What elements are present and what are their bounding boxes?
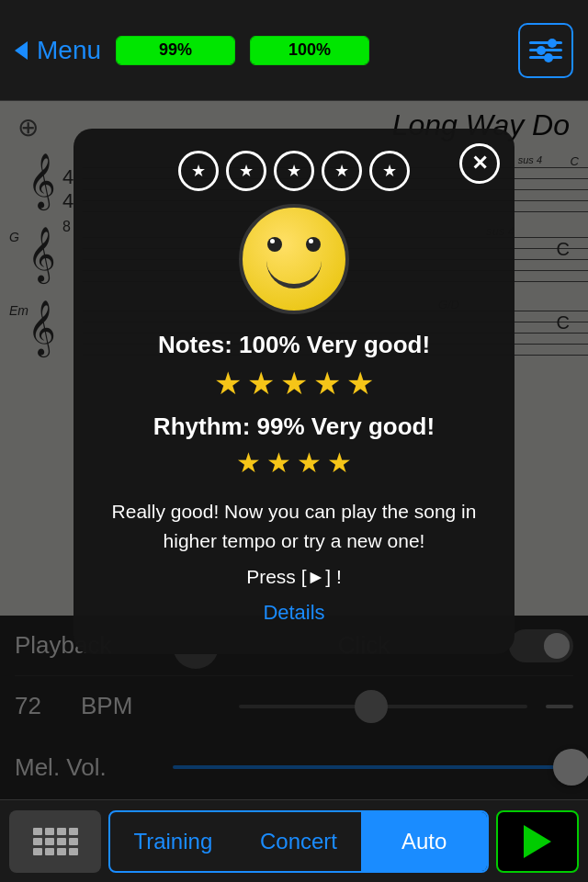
progress-bar-1: 99% <box>116 36 235 65</box>
tab-auto[interactable]: Auto <box>361 812 487 871</box>
result-modal: ★ ★ ★ ★ ★ ✕ Notes: 100% Very good! ★ ★ ★… <box>74 129 514 654</box>
details-link[interactable]: Details <box>263 601 324 625</box>
right-eye <box>306 237 321 252</box>
notes-result-line: Notes: 100% Very good! <box>158 331 430 359</box>
rhythm-stars: ★ ★ ★ ★ <box>236 447 352 479</box>
rhythm-star-1: ★ <box>236 447 261 479</box>
smiley-face <box>239 204 349 314</box>
star-circle-3: ★ <box>274 151 314 191</box>
star-circle-4: ★ <box>322 151 362 191</box>
progress-bar-2: 100% <box>250 36 369 65</box>
tab-group: Training Concert Auto <box>108 810 489 873</box>
bottom-bar: Training Concert Auto <box>0 799 588 882</box>
top-bar: Menu 99% 100% <box>0 0 588 101</box>
star-circle-5: ★ <box>369 151 410 191</box>
play-button[interactable] <box>496 810 579 873</box>
tab-training[interactable]: Training <box>110 812 236 871</box>
press-instruction: Press [►] ! <box>246 566 342 588</box>
grid-button[interactable] <box>9 810 101 873</box>
rhythm-star-4: ★ <box>327 447 352 479</box>
smiley-mouth <box>266 261 322 288</box>
modal-overlay: ★ ★ ★ ★ ★ ✕ Notes: 100% Very good! ★ ★ ★… <box>0 101 588 799</box>
sliders-icon <box>529 41 562 59</box>
modal-stars-top: ★ ★ ★ ★ ★ <box>178 151 410 191</box>
settings-button[interactable] <box>518 23 573 78</box>
star-circle-1: ★ <box>178 151 219 191</box>
notes-star-3: ★ <box>280 365 308 401</box>
notes-star-2: ★ <box>247 365 275 401</box>
tab-concert[interactable]: Concert <box>236 812 362 871</box>
progress-2-fill: 100% <box>251 37 368 64</box>
back-button[interactable]: Menu <box>15 36 101 65</box>
play-icon <box>524 825 551 858</box>
star-circle-2: ★ <box>226 151 266 191</box>
notes-star-1: ★ <box>214 365 242 401</box>
notes-star-4: ★ <box>313 365 341 401</box>
progress-1-fill: 99% <box>117 37 234 64</box>
rhythm-star-2: ★ <box>266 447 291 479</box>
smiley-eyes <box>267 237 321 252</box>
notes-star-5: ★ <box>346 365 374 401</box>
rhythm-result-line: Rhythm: 99% Very good! <box>153 413 435 441</box>
chevron-left-icon <box>15 41 28 60</box>
grid-icon <box>33 828 78 855</box>
rhythm-star-3: ★ <box>297 447 322 479</box>
result-message: Really good! Now you can play the song i… <box>99 497 489 555</box>
left-eye <box>267 237 282 252</box>
back-label: Menu <box>37 36 101 65</box>
modal-close-button[interactable]: ✕ <box>459 143 500 184</box>
notes-stars: ★ ★ ★ ★ ★ <box>214 365 374 401</box>
